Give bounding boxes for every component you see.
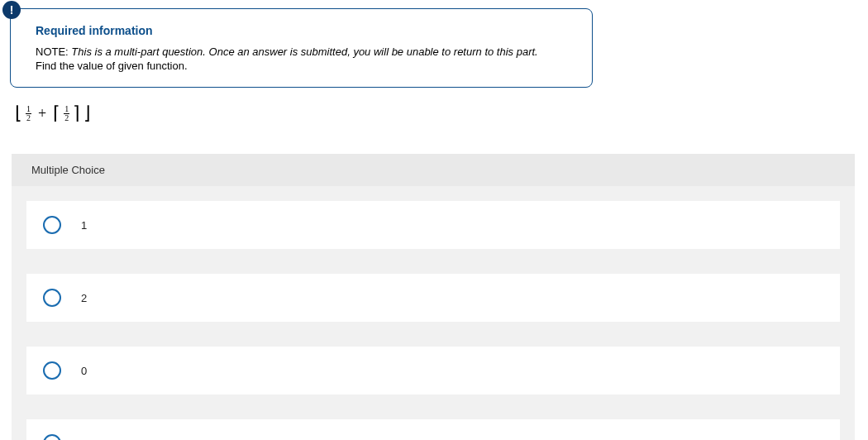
fraction-numerator: 1 <box>64 105 69 114</box>
radio-icon[interactable] <box>43 434 61 440</box>
plus-operator: + <box>38 105 46 122</box>
mc-option[interactable]: 1 <box>26 201 840 249</box>
floor-right-icon <box>83 103 91 124</box>
info-note: NOTE: This is a multi-part question. Onc… <box>36 45 567 58</box>
info-subtext: Find the value of given function. <box>36 60 567 72</box>
info-title: Required information <box>36 24 567 37</box>
fraction-numerator: 1 <box>26 105 31 114</box>
option-label: 5 <box>81 438 87 441</box>
radio-icon[interactable] <box>43 216 61 234</box>
mc-option[interactable]: 2 <box>26 274 840 322</box>
radio-icon[interactable] <box>43 361 61 380</box>
required-info-box: ! Required information NOTE: This is a m… <box>10 8 593 88</box>
multiple-choice-panel: Multiple Choice 1 2 0 5 <box>12 154 855 440</box>
alert-icon: ! <box>2 1 21 19</box>
mc-option[interactable]: 5 <box>26 419 840 440</box>
fraction-half-1: 1 2 <box>26 105 31 122</box>
option-label: 2 <box>81 292 87 304</box>
mc-header: Multiple Choice <box>12 154 855 186</box>
ceil-left-icon <box>53 103 60 124</box>
note-label: NOTE: <box>36 45 69 58</box>
math-expression: 1 2 + 1 2 <box>15 103 868 124</box>
fraction-denominator: 2 <box>26 114 31 122</box>
ceil-right-icon <box>73 103 80 124</box>
note-text: This is a multi-part question. Once an a… <box>71 45 537 58</box>
mc-options-list: 1 2 0 5 <box>12 186 855 440</box>
option-label: 0 <box>81 365 87 377</box>
mc-option[interactable]: 0 <box>26 347 840 395</box>
radio-icon[interactable] <box>43 289 61 307</box>
fraction-half-2: 1 2 <box>64 105 69 122</box>
option-label: 1 <box>81 219 87 232</box>
fraction-denominator: 2 <box>64 114 69 122</box>
floor-left-icon <box>15 103 22 124</box>
